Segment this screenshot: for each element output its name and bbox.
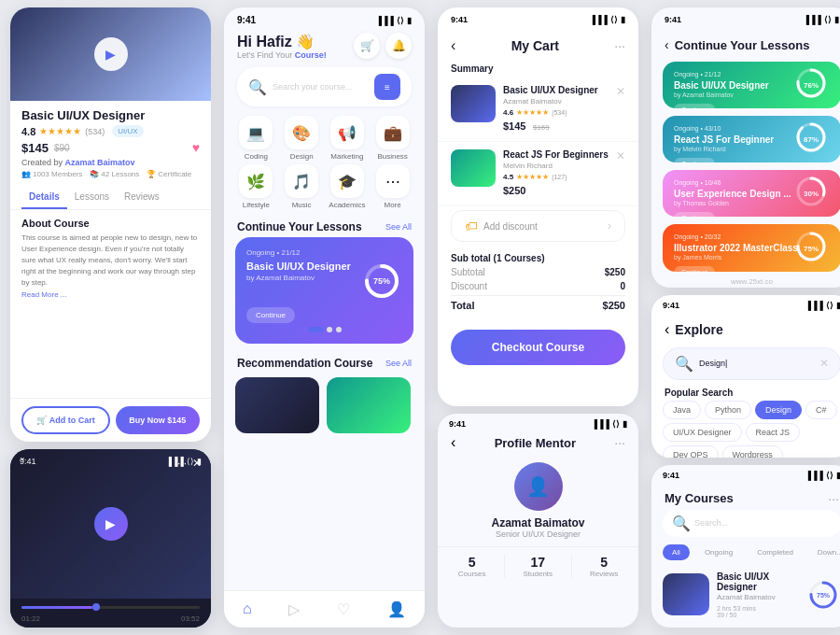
author-name[interactable]: Azamat Baimatov: [65, 158, 135, 167]
see-all-continue[interactable]: See All: [385, 222, 412, 232]
video-play-button[interactable]: ▶: [94, 507, 128, 541]
tag-wordpress[interactable]: Wordpress: [722, 445, 783, 458]
category-design[interactable]: 🎨 Design: [281, 116, 323, 161]
design-label: Design: [290, 152, 314, 161]
continue-back-icon[interactable]: ‹: [665, 37, 669, 52]
remove-item-2[interactable]: ✕: [616, 149, 625, 162]
mc-course-title-1: Basic UI/UX Designer: [717, 572, 798, 592]
back-icon[interactable]: ‹: [451, 37, 455, 54]
add-to-cart-button[interactable]: 🛒 Add to Cart: [21, 406, 110, 434]
mc-more-icon[interactable]: ···: [828, 491, 839, 506]
tag-java[interactable]: Java: [663, 401, 701, 419]
rec-card-2[interactable]: [327, 377, 411, 433]
explore-back-icon[interactable]: ‹: [665, 321, 669, 338]
filter-button[interactable]: ≡: [374, 74, 400, 100]
tag-devops[interactable]: Dev OPS: [663, 445, 719, 458]
lesson-card-2[interactable]: Ongoing • 43/10 React JS For Beginner by…: [663, 116, 840, 162]
explore-search-bar[interactable]: 🔍 Design| ✕: [663, 347, 840, 380]
see-all-recommendation[interactable]: See All: [385, 359, 412, 368]
circle-pct-3: 30%: [804, 190, 819, 198]
cart-more-icon[interactable]: ···: [614, 38, 625, 53]
lesson-card-3[interactable]: Ongoing • 10/46 User Experience Design .…: [663, 170, 840, 217]
lesson-continue-btn-4[interactable]: Continue: [674, 266, 715, 271]
category-coding[interactable]: 💻 Coding: [235, 116, 277, 161]
lesson-continue-btn-2[interactable]: Continue: [674, 158, 715, 162]
tag-design[interactable]: Design: [755, 401, 802, 419]
chevron-down-icon[interactable]: ˅: [20, 457, 25, 470]
lesson-card-1[interactable]: Ongoing • 21/12 Basic UI/UX Designer by …: [663, 62, 840, 108]
search-bar[interactable]: 🔍 Search your course... ≡: [237, 67, 412, 106]
certificate-badge: 🏆 Certificate: [147, 170, 191, 178]
category-academics[interactable]: 🎓 Academics: [327, 164, 369, 209]
profile-back-icon[interactable]: ‹: [451, 434, 455, 451]
video-progress-bar[interactable]: [21, 606, 200, 609]
category-marketing[interactable]: 📢 Marketing: [327, 116, 369, 161]
cart-time: 9:41: [451, 15, 468, 24]
lesson-continue-btn-3[interactable]: Continue: [674, 212, 715, 217]
dot-2[interactable]: [327, 327, 332, 332]
tag-csharp[interactable]: C#: [805, 401, 837, 419]
my-courses-search[interactable]: 🔍 Search...: [663, 510, 840, 537]
lesson-continue-btn-1[interactable]: Continue: [674, 104, 715, 108]
mc-search-input[interactable]: Search...: [694, 518, 832, 528]
bell-icon-button[interactable]: 🔔: [385, 33, 412, 59]
remove-item-1[interactable]: ✕: [616, 85, 625, 98]
video-icon: ▷: [288, 600, 300, 618]
read-more-link[interactable]: Read More ...: [21, 290, 200, 299]
categories-grid: 💻 Coding 🎨 Design 📢 Marketing 💼 Business…: [224, 110, 425, 215]
mc-tab-ongoing[interactable]: Ongoing: [695, 544, 742, 560]
rec-card-1[interactable]: [235, 377, 319, 433]
video-progress-dot[interactable]: [92, 603, 100, 611]
nav-home[interactable]: ⌂: [243, 600, 252, 618]
carousel-dots: [246, 327, 402, 332]
mc-tab-completed[interactable]: Completed: [748, 544, 803, 560]
lesson-card-4[interactable]: Ongoing • 20/32 Illustrator 2022 MasterC…: [663, 224, 840, 271]
clear-search-icon[interactable]: ✕: [819, 357, 829, 370]
close-video-icon[interactable]: ✕: [192, 457, 202, 470]
cart-icon-button[interactable]: 🛒: [354, 33, 380, 59]
nav-profile[interactable]: 👤: [387, 600, 406, 618]
stat-divider-1: [504, 555, 505, 578]
tag-uiux[interactable]: UI/UX Designer: [663, 423, 742, 442]
buy-now-button[interactable]: Buy Now $145: [116, 406, 201, 434]
category-business[interactable]: 💼 Business: [371, 116, 413, 161]
lesson-progress-circle: 75%: [361, 261, 402, 302]
about-title: About Course: [21, 218, 200, 229]
discount-row[interactable]: 🏷 Add discount ›: [451, 210, 625, 242]
search-input[interactable]: Search your course...: [273, 82, 369, 92]
my-courses-tabs: All Ongoing Completed Down...: [651, 541, 840, 564]
mc-course-time-1: 2 hrs 53 mins: [717, 605, 798, 612]
checkout-button[interactable]: Checkout Course: [451, 330, 625, 365]
wishlist-icon[interactable]: ♥: [192, 140, 200, 155]
lesson-card-left: Basic UI/UX Designer by Azamat Baimatov: [246, 261, 351, 289]
nav-video[interactable]: ▷: [288, 600, 300, 618]
tab-details[interactable]: Details: [21, 186, 67, 209]
subtotal-value: $250: [605, 267, 625, 277]
tag-python[interactable]: Python: [705, 401, 751, 419]
tab-reviews[interactable]: Reviews: [117, 186, 167, 209]
mc-tab-download[interactable]: Down...: [808, 544, 840, 560]
more-options-icon[interactable]: ···: [177, 457, 187, 470]
signal-icon: ▐▐▐: [376, 16, 394, 25]
course-link[interactable]: Course!: [295, 50, 327, 60]
tab-lessons[interactable]: Lessons: [67, 186, 117, 209]
category-music[interactable]: 🎵 Music: [281, 164, 323, 209]
business-icon: 💼: [376, 116, 410, 149]
tag-reactjs[interactable]: React JS: [746, 423, 801, 442]
battery-icon: ▮: [407, 16, 412, 25]
continue-lessons-title: Continue Your Lessons: [675, 38, 810, 52]
continue-button[interactable]: Continue: [246, 307, 295, 323]
hero-play-button[interactable]: ▶: [94, 37, 128, 71]
category-lifestyle[interactable]: 🌿 Lifestyle: [235, 164, 277, 209]
dot-1[interactable]: [308, 327, 323, 332]
profile-more-icon[interactable]: ···: [614, 435, 625, 450]
category-more[interactable]: ⋯ More: [371, 164, 413, 209]
my-course-item-1[interactable]: Basic UI/UX Designer Azamat Baimatov 2 h…: [651, 564, 840, 626]
explore-search-input[interactable]: Design|: [699, 359, 814, 368]
dot-3[interactable]: [336, 327, 342, 332]
stars: ★★★★★: [39, 126, 81, 136]
mc-tab-all[interactable]: All: [663, 544, 690, 560]
profile-stats: 5 Courses 17 Students 5 Reviews: [438, 546, 638, 586]
nav-heart[interactable]: ♡: [337, 600, 350, 618]
mc-signal-icon: ▐▐▐: [805, 471, 823, 480]
